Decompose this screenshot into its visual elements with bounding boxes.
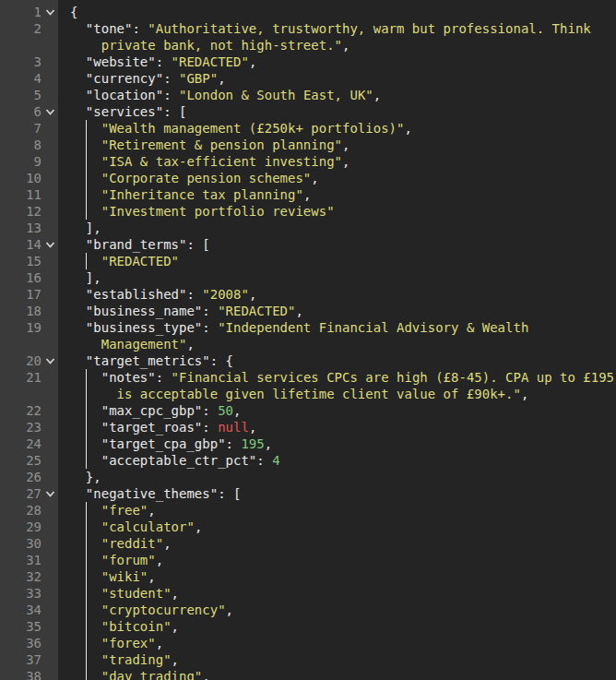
code-line-content[interactable]: "target_cpa_gbp": 195, [58, 435, 616, 452]
code-line-content[interactable]: is acceptable given lifetime client valu… [58, 386, 616, 402]
code-line-content[interactable]: "Retirement & pension planning", [58, 137, 616, 153]
code-row-26[interactable]: 26 }, [0, 469, 616, 485]
code-row-21[interactable]: 21 "notes": "Financial services CPCs are… [0, 369, 616, 386]
code-row-36[interactable]: 36 "forex", [0, 635, 616, 651]
code-row-19[interactable]: 19 "business_type": "Independent Financi… [0, 319, 616, 336]
code-line-content[interactable]: "calculator", [58, 519, 616, 535]
code-row-22[interactable]: 22 "max_cpc_gbp": 50, [0, 402, 616, 419]
code-row-16[interactable]: 16 ], [0, 269, 616, 286]
code-row-3[interactable]: 3 "website": "REDACTED", [0, 54, 616, 70]
code-row-37[interactable]: 37 "trading", [0, 651, 616, 668]
json-code-editor[interactable]: 1{2 "tone": "Authoritative, trustworthy,… [0, 0, 616, 680]
fold-spacer [41, 253, 58, 269]
code-row-30[interactable]: 30 "reddit", [0, 535, 616, 552]
code-row-6[interactable]: 6 "services": [ [0, 103, 616, 120]
code-row-14[interactable]: 14 "brand_terms": [ [0, 236, 616, 253]
code-line-content[interactable]: "tone": "Authoritative, trustworthy, war… [58, 20, 616, 37]
code-line-content[interactable]: "negative_themes": [ [58, 485, 616, 502]
code-line-content[interactable]: "forum", [58, 552, 616, 568]
code-row-wrap-2[interactable]: private bank, not high-street.", [0, 37, 616, 54]
code-row-4[interactable]: 4 "currency": "GBP", [0, 70, 616, 87]
code-line-content[interactable]: "forex", [58, 635, 616, 651]
code-row-17[interactable]: 17 "established": "2008", [0, 286, 616, 303]
code-line-content[interactable]: "Wealth management (£250k+ portfolios)", [58, 120, 616, 137]
code-line-content[interactable]: "brand_terms": [ [58, 236, 616, 253]
fold-spacer [41, 602, 58, 618]
gutter-cell: 8 [0, 137, 58, 153]
code-line-content[interactable]: "free", [58, 502, 616, 519]
code-row-wrap-20[interactable]: Management", [0, 336, 616, 352]
code-line-content[interactable]: "Corporate pension schemes", [58, 170, 616, 186]
code-row-7[interactable]: 7 "Wealth management (£250k+ portfolios)… [0, 120, 616, 137]
token-punct: : [202, 304, 218, 318]
code-row-9[interactable]: 9 "ISA & tax-efficient investing", [0, 153, 616, 170]
code-line-content[interactable]: "notes": "Financial services CPCs are hi… [58, 369, 616, 386]
code-line-content[interactable]: "day trading", [58, 668, 616, 680]
code-line-content[interactable]: "Inheritance tax planning", [58, 186, 616, 203]
code-row-25[interactable]: 25 "acceptable_ctr_pct": 4 [0, 452, 616, 469]
indent-guide [86, 120, 87, 137]
code-line-content[interactable]: "services": [ [58, 103, 616, 120]
code-row-33[interactable]: 33 "student", [0, 585, 616, 602]
code-row-15[interactable]: 15 "REDACTED" [0, 253, 616, 269]
code-row-34[interactable]: 34 "cryptocurrency", [0, 602, 616, 618]
code-line-content[interactable]: "REDACTED" [58, 253, 616, 269]
code-line-content[interactable]: "ISA & tax-efficient investing", [58, 153, 616, 170]
code-row-20[interactable]: 20 "target_metrics": { [0, 352, 616, 369]
code-row-24[interactable]: 24 "target_cpa_gbp": 195, [0, 435, 616, 452]
code-line-content[interactable]: "currency": "GBP", [58, 70, 616, 87]
token-str: "wiki" [101, 569, 148, 584]
code-line-content[interactable]: "business_type": "Independent Financial … [58, 319, 616, 336]
code-row-38[interactable]: 38 "day trading", [0, 668, 616, 680]
code-row-12[interactable]: 12 "Investment portfolio reviews" [0, 203, 616, 220]
code-row-32[interactable]: 32 "wiki", [0, 568, 616, 585]
code-line-content[interactable]: "acceptable_ctr_pct": 4 [58, 452, 616, 469]
code-line-content[interactable]: { [58, 4, 616, 20]
code-row-18[interactable]: 18 "business_name": "REDACTED", [0, 303, 616, 319]
code-row-1[interactable]: 1{ [0, 4, 616, 20]
code-line-content[interactable]: "trading", [58, 651, 616, 668]
code-row-2[interactable]: 2 "tone": "Authoritative, trustworthy, w… [0, 20, 616, 37]
code-row-27[interactable]: 27 "negative_themes": [ [0, 485, 616, 502]
indent-guide [86, 137, 87, 153]
code-row-23[interactable]: 23 "target_roas": null, [0, 419, 616, 435]
code-line-content[interactable]: "wiki", [58, 568, 616, 585]
code-line-content[interactable]: "location": "London & South East, UK", [58, 87, 616, 103]
fold-chevron-down-icon[interactable] [41, 352, 58, 369]
code-line-content[interactable]: "business_name": "REDACTED", [58, 303, 616, 319]
code-line-content[interactable]: private bank, not high-street.", [58, 37, 616, 54]
code-row-29[interactable]: 29 "calculator", [0, 519, 616, 535]
code-row-35[interactable]: 35 "bitcoin", [0, 618, 616, 635]
code-row-5[interactable]: 5 "location": "London & South East, UK", [0, 87, 616, 103]
code-row-8[interactable]: 8 "Retirement & pension planning", [0, 137, 616, 153]
code-line-content[interactable]: ], [58, 269, 616, 286]
code-line-content[interactable]: "bitcoin", [58, 618, 616, 635]
code-line-content[interactable]: Management", [58, 336, 616, 352]
token-punct: , [226, 602, 233, 617]
line-number: 17 [0, 286, 41, 303]
code-line-content[interactable]: "student", [58, 585, 616, 602]
gutter-cell [0, 336, 58, 352]
code-line-content[interactable]: "established": "2008", [58, 286, 616, 303]
code-line-content[interactable]: "target_metrics": { [58, 352, 616, 369]
code-line-content[interactable]: "reddit", [58, 535, 616, 552]
code-line-content[interactable]: "cryptocurrency", [58, 602, 616, 618]
code-row-11[interactable]: 11 "Inheritance tax planning", [0, 186, 616, 203]
code-row-28[interactable]: 28 "free", [0, 502, 616, 519]
fold-chevron-down-icon[interactable] [41, 236, 58, 253]
code-row-31[interactable]: 31 "forum", [0, 552, 616, 568]
gutter-cell: 1 [0, 4, 58, 20]
code-line-content[interactable]: "max_cpc_gbp": 50, [58, 402, 616, 419]
code-line-content[interactable]: "target_roas": null, [58, 419, 616, 435]
code-line-content[interactable]: ], [58, 220, 616, 236]
code-line-content[interactable]: }, [58, 469, 616, 485]
code-line-content[interactable]: "Investment portfolio reviews" [58, 203, 616, 220]
code-line-content[interactable]: "website": "REDACTED", [58, 54, 616, 70]
fold-chevron-down-icon[interactable] [41, 485, 58, 502]
fold-chevron-down-icon[interactable] [41, 4, 58, 20]
code-row-13[interactable]: 13 ], [0, 220, 616, 236]
code-row-10[interactable]: 10 "Corporate pension schemes", [0, 170, 616, 186]
fold-spacer [41, 54, 58, 70]
code-row-wrap-23[interactable]: is acceptable given lifetime client valu… [0, 386, 616, 402]
fold-chevron-down-icon[interactable] [41, 103, 58, 120]
